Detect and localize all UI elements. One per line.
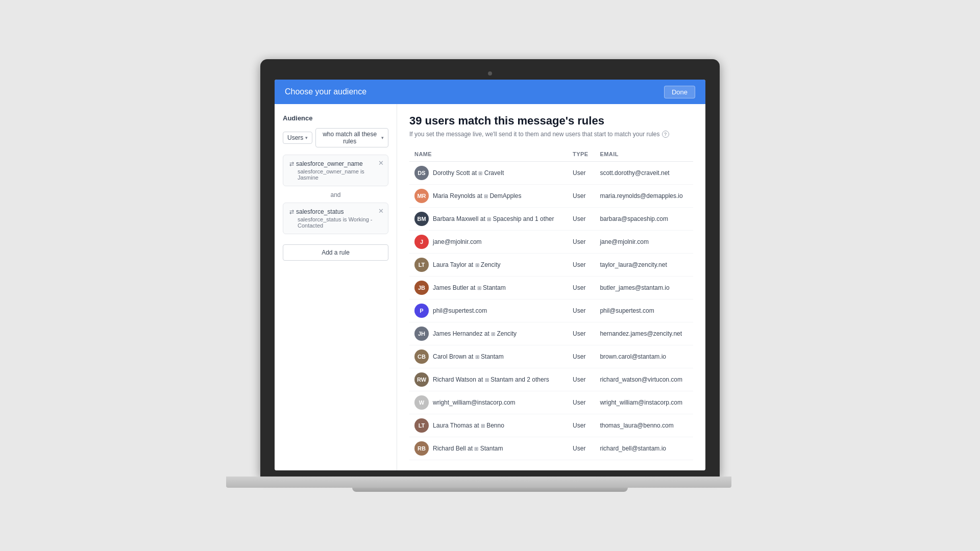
rule-icon-2: ⇄ (289, 209, 294, 215)
avatar: CB (414, 349, 429, 364)
app-body: Audience Users ▾ who match all these rul… (275, 104, 705, 470)
right-panel: 39 users match this message's rules If y… (397, 104, 705, 470)
user-name-cell: LTLaura Taylor at ⊞ Zencity (409, 254, 568, 277)
user-email-cell: brown.carol@stantam.io (595, 345, 693, 368)
user-type-cell: User (568, 208, 595, 231)
avatar: LT (414, 418, 429, 433)
chevron-down-icon: ▾ (305, 135, 308, 140)
user-name-cell: RWRichard Watson at ⊞ Stantam and 2 othe… (409, 368, 568, 391)
left-panel: Audience Users ▾ who match all these rul… (275, 104, 397, 470)
table-body: DSDorothy Scott at ⊞ CraveItUserscott.do… (409, 162, 693, 460)
user-name-text: Maria Reynolds at ⊞ DemApples (433, 192, 521, 199)
add-rule-button[interactable]: Add a rule (283, 244, 388, 261)
user-email-cell: taylor_laura@zencity.net (595, 254, 693, 277)
user-name-cell: JBJames Butler at ⊞ Stantam (409, 277, 568, 299)
app-title: Choose your audience (285, 87, 366, 96)
user-name-text: Richard Watson at ⊞ Stantam and 2 others (433, 376, 549, 383)
table-row[interactable]: JHJames Hernandez at ⊞ ZencityUserhernan… (409, 322, 693, 345)
user-type-cell: User (568, 185, 595, 208)
rule-name-2: ⇄ salesforce_status (289, 208, 382, 215)
user-name-cell: Pphil@supertest.com (409, 299, 568, 322)
user-type-cell: User (568, 277, 595, 299)
column-type: Type (568, 147, 595, 162)
user-type-cell: User (568, 345, 595, 368)
match-subtitle: If you set the message live, we'll send … (409, 131, 693, 138)
match-dropdown-label: who match all these rules (320, 131, 379, 145)
users-dropdown[interactable]: Users ▾ (283, 132, 312, 144)
chevron-down-icon: ▾ (381, 135, 384, 140)
column-name: Name (409, 147, 568, 162)
rule-card-2: ✕ ⇄ salesforce_status salesforce_status … (283, 203, 388, 234)
avatar: W (414, 395, 429, 410)
user-email-cell: maria.reynolds@demapples.io (595, 185, 693, 208)
match-dropdown[interactable]: who match all these rules ▾ (315, 128, 388, 147)
table-header: Name Type Email (409, 147, 693, 162)
user-name-text: James Hernandez at ⊞ Zencity (433, 330, 517, 337)
user-name-cell: DSDorothy Scott at ⊞ CraveIt (409, 162, 568, 185)
and-separator: and (283, 191, 388, 198)
column-email: Email (595, 147, 693, 162)
user-type-cell: User (568, 414, 595, 437)
user-type-cell: User (568, 322, 595, 345)
rule-icon-1: ⇄ (289, 161, 294, 167)
rule-value-1: salesforce_owner_name is Jasmine (289, 168, 382, 181)
match-subtitle-text: If you set the message live, we'll send … (409, 131, 660, 138)
laptop-base (226, 477, 731, 488)
table-row[interactable]: LTLaura Thomas at ⊞ BennoUserthomas_laur… (409, 414, 693, 437)
table-row[interactable]: RWRichard Watson at ⊞ Stantam and 2 othe… (409, 368, 693, 391)
table-row[interactable]: CBCarol Brown at ⊞ StantamUserbrown.caro… (409, 345, 693, 368)
table-row[interactable]: BMBarbara Maxwell at ⊞ Spaceship and 1 o… (409, 208, 693, 231)
user-name-cell: MRMaria Reynolds at ⊞ DemApples (409, 185, 568, 208)
avatar: LT (414, 258, 429, 272)
user-name-text: jane@mjolnir.com (433, 238, 482, 245)
help-icon[interactable]: ? (662, 131, 669, 138)
rule-card-1: ✕ ⇄ salesforce_owner_name salesforce_own… (283, 155, 388, 186)
user-type-cell: User (568, 391, 595, 414)
avatar: BM (414, 212, 429, 226)
avatar: P (414, 304, 429, 318)
table-row[interactable]: Wwright_william@instacorp.comUserwright_… (409, 391, 693, 414)
rule-value-2: salesforce_status is Working - Contacted (289, 216, 382, 229)
user-type-cell: User (568, 299, 595, 322)
avatar: MR (414, 189, 429, 203)
user-type-cell: User (568, 437, 595, 460)
user-email-cell: hernandez.james@zencity.net (595, 322, 693, 345)
user-name-cell: BMBarbara Maxwell at ⊞ Spaceship and 1 o… (409, 208, 568, 231)
user-name-text: Dorothy Scott at ⊞ CraveIt (433, 169, 504, 177)
user-email-cell: wright_william@instacorp.com (595, 391, 693, 414)
user-email-cell: barbara@spaceship.com (595, 208, 693, 231)
laptop-bezel: Choose your audience Done Audience Users… (260, 59, 720, 477)
user-name-text: Richard Bell at ⊞ Stantam (433, 445, 503, 452)
user-type-cell: User (568, 368, 595, 391)
app-container: Choose your audience Done Audience Users… (275, 80, 705, 470)
user-name-cell: JHJames Hernandez at ⊞ Zencity (409, 322, 568, 345)
user-name-cell: RBRichard Bell at ⊞ Stantam (409, 437, 568, 460)
user-name-text: Laura Taylor at ⊞ Zencity (433, 261, 501, 268)
user-name-text: wright_william@instacorp.com (433, 399, 516, 406)
user-name-cell: CBCarol Brown at ⊞ Stantam (409, 345, 568, 368)
audience-row: Users ▾ who match all these rules ▾ (283, 128, 388, 147)
rule-close-button-1[interactable]: ✕ (378, 159, 384, 167)
user-email-cell: phil@supertest.com (595, 299, 693, 322)
table-row[interactable]: MRMaria Reynolds at ⊞ DemApplesUsermaria… (409, 185, 693, 208)
user-email-cell: butler_james@stantam.io (595, 277, 693, 299)
user-name-text: Carol Brown at ⊞ Stantam (433, 353, 504, 360)
table-row[interactable]: Jjane@mjolnir.comUserjane@mjolnir.com (409, 231, 693, 254)
table-row[interactable]: RBRichard Bell at ⊞ StantamUserrichard_b… (409, 437, 693, 460)
user-email-cell: richard_watson@virtucon.com (595, 368, 693, 391)
table-row[interactable]: LTLaura Taylor at ⊞ ZencityUsertaylor_la… (409, 254, 693, 277)
user-email-cell: scott.dorothy@craveit.net (595, 162, 693, 185)
user-email-cell: thomas_laura@benno.com (595, 414, 693, 437)
table-row[interactable]: JBJames Butler at ⊞ StantamUserbutler_ja… (409, 277, 693, 299)
avatar: DS (414, 166, 429, 180)
table-row[interactable]: Pphil@supertest.comUserphil@supertest.co… (409, 299, 693, 322)
done-button[interactable]: Done (664, 86, 695, 98)
user-type-cell: User (568, 162, 595, 185)
avatar: RB (414, 441, 429, 456)
user-type-cell: User (568, 231, 595, 254)
laptop-wrapper: Choose your audience Done Audience Users… (260, 59, 720, 492)
table-row[interactable]: DSDorothy Scott at ⊞ CraveItUserscott.do… (409, 162, 693, 185)
laptop-camera (488, 71, 492, 76)
user-type-cell: User (568, 254, 595, 277)
rule-close-button-2[interactable]: ✕ (378, 207, 384, 215)
